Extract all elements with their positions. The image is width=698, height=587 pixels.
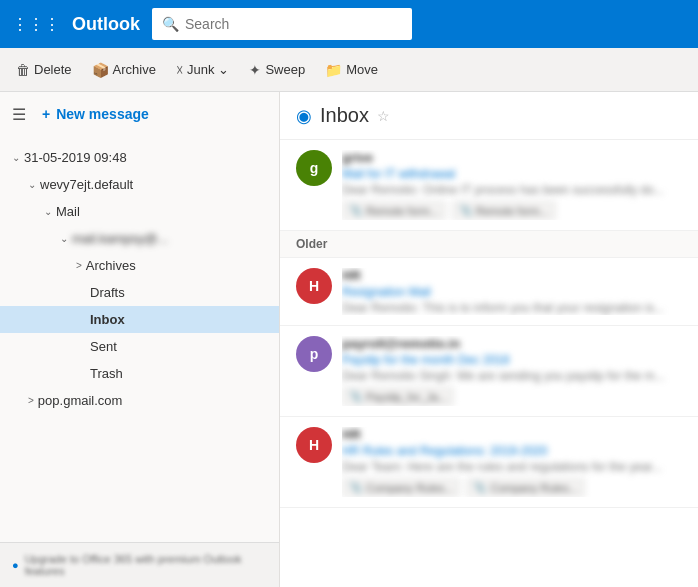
sidebar-item-sent[interactable]: Sent	[0, 333, 279, 360]
delete-icon: 🗑	[16, 62, 30, 78]
account-date-label: 31-05-2019 09:48	[24, 150, 279, 165]
email-sender: HR	[342, 268, 682, 283]
sidebar-item-drafts[interactable]: Drafts	[0, 279, 279, 306]
email-content: grive Mail for IT withdrawal Dear Remoti…	[342, 150, 682, 220]
attachment-name: Company Rules...	[490, 482, 577, 494]
upgrade-dot-icon: ●	[12, 559, 19, 571]
email-preview: Dear Remotio: Online IT process has been…	[342, 183, 682, 197]
email-item[interactable]: H HR HR Rules and Regulations: 2019-2020…	[280, 417, 698, 508]
move-button[interactable]: 📁 Move	[317, 58, 386, 82]
sidebar-item-mail[interactable]: ⌄ Mail	[0, 198, 279, 225]
attachment-row: 📎 Payslip_for_Ja...	[342, 387, 682, 406]
email-item[interactable]: p payroll@remotio.in Payslip for the mon…	[280, 326, 698, 417]
attachment-row: 📎 Company Rules... 📎 Company Rules...	[342, 478, 682, 497]
email-preview: Dear Remotio Singh: We are sending you p…	[342, 369, 682, 383]
avatar: p	[296, 336, 332, 372]
submenu-label: mail.kampsy@...	[72, 231, 279, 246]
junk-dropdown-icon[interactable]: ⌄	[218, 62, 229, 77]
inbox-title: Inbox	[320, 104, 369, 127]
junk-button[interactable]: ☓ Junk ⌄	[168, 58, 237, 82]
gmail-label: pop.gmail.com	[38, 393, 279, 408]
trash-label: Trash	[76, 366, 279, 381]
email-subject: Mail for IT withdrawal	[342, 167, 682, 181]
upgrade-text: Upgrade to Office 365 with premium Outlo…	[25, 553, 267, 577]
email-content: HR Resignation Mail Dear Remotio: This i…	[342, 268, 682, 315]
email-subject: Payslip for the month Dec 2018	[342, 353, 682, 367]
chevron-right-icon-2: >	[28, 395, 34, 406]
attachment-pill: 📎 Company Rules...	[466, 478, 584, 497]
inbox-label: Inbox	[76, 312, 279, 327]
section-divider-older: Older	[280, 231, 698, 258]
sidebar-item-gmail[interactable]: > pop.gmail.com	[0, 387, 279, 414]
avatar: H	[296, 268, 332, 304]
nav-section: ⌄ 31-05-2019 09:48 ⌄ wevy7ejt.default ⌄ …	[0, 136, 279, 422]
app-title: Outlook	[72, 14, 140, 35]
sidebar-item-archives[interactable]: > Archives	[0, 252, 279, 279]
sidebar-header: ☰ + New message	[0, 92, 279, 136]
sidebar-item-account-date[interactable]: ⌄ 31-05-2019 09:48	[0, 144, 279, 171]
toolbar: 🗑 Delete 📦 Archive ☓ Junk ⌄ ✦ Sweep 📁 Mo…	[0, 48, 698, 92]
archives-label: Archives	[86, 258, 279, 273]
avatar: g	[296, 150, 332, 186]
attachment-icon: 📎	[349, 481, 363, 494]
chevron-down-icon-3: ⌄	[44, 206, 52, 217]
email-content: HR HR Rules and Regulations: 2019-2020 D…	[342, 427, 682, 497]
top-bar: ⋮⋮⋮ Outlook 🔍	[0, 0, 698, 48]
sweep-button[interactable]: ✦ Sweep	[241, 58, 313, 82]
attachment-row: 📎 Remote form... 📎 Remote form...	[342, 201, 682, 220]
sent-label: Sent	[76, 339, 279, 354]
sidebar-item-submenu[interactable]: ⌄ mail.kampsy@...	[0, 225, 279, 252]
email-preview: Dear Team: Here are the rules and regula…	[342, 460, 682, 474]
inbox-star-icon[interactable]: ☆	[377, 108, 390, 124]
email-subject: Resignation Mail	[342, 285, 682, 299]
move-icon: 📁	[325, 62, 342, 78]
email-sender: HR	[342, 427, 682, 442]
sidebar-item-inbox[interactable]: Inbox	[0, 306, 279, 333]
attachment-name: Payslip_for_Ja...	[366, 391, 447, 403]
delete-button[interactable]: 🗑 Delete	[8, 58, 80, 82]
new-message-button[interactable]: + New message	[36, 102, 155, 126]
email-item[interactable]: g grive Mail for IT withdrawal Dear Remo…	[280, 140, 698, 231]
account-name-label: wevy7ejt.default	[40, 177, 279, 192]
attachment-pill: 📎 Remote form...	[452, 201, 556, 220]
email-item[interactable]: H HR Resignation Mail Dear Remotio: This…	[280, 258, 698, 326]
email-sender: grive	[342, 150, 682, 165]
upgrade-banner[interactable]: ● Upgrade to Office 365 with premium Out…	[0, 542, 279, 587]
attachment-name: Company Rules...	[366, 482, 453, 494]
attachment-icon: 📎	[459, 204, 473, 217]
junk-icon: ☓	[176, 62, 183, 78]
sidebar-item-account-name[interactable]: ⌄ wevy7ejt.default	[0, 171, 279, 198]
attachment-icon: 📎	[349, 204, 363, 217]
inbox-check-icon[interactable]: ◉	[296, 105, 312, 127]
mail-label: Mail	[56, 204, 279, 219]
archive-button[interactable]: 📦 Archive	[84, 58, 164, 82]
attachment-name: Remote form...	[476, 205, 549, 217]
email-panel: ◉ Inbox ☆ g grive Mail for IT withdrawal…	[280, 92, 698, 587]
attachment-icon: 📎	[473, 481, 487, 494]
grid-icon[interactable]: ⋮⋮⋮	[12, 15, 60, 34]
chevron-right-icon: >	[76, 260, 82, 271]
attachment-pill: 📎 Remote form...	[342, 201, 446, 220]
attachment-icon: 📎	[349, 390, 363, 403]
email-sender: payroll@remotio.in	[342, 336, 682, 351]
sweep-icon: ✦	[249, 62, 261, 78]
chevron-down-icon-2: ⌄	[28, 179, 36, 190]
chevron-down-icon: ⌄	[12, 152, 20, 163]
email-subject: HR Rules and Regulations: 2019-2020	[342, 444, 682, 458]
inbox-header: ◉ Inbox ☆	[280, 92, 698, 140]
attachment-pill: 📎 Payslip_for_Ja...	[342, 387, 454, 406]
search-input[interactable]	[185, 16, 402, 32]
search-icon: 🔍	[162, 16, 179, 32]
drafts-label: Drafts	[76, 285, 279, 300]
sidebar-item-trash[interactable]: Trash	[0, 360, 279, 387]
plus-icon: +	[42, 106, 50, 122]
chevron-down-icon-4: ⌄	[60, 233, 68, 244]
email-preview: Dear Remotio: This is to inform you that…	[342, 301, 682, 315]
archive-icon: 📦	[92, 62, 109, 78]
hamburger-icon[interactable]: ☰	[12, 105, 26, 124]
attachment-pill: 📎 Company Rules...	[342, 478, 460, 497]
sidebar: ☰ + New message ⌄ 31-05-2019 09:48 ⌄ wev…	[0, 92, 280, 587]
attachment-name: Remote form...	[366, 205, 439, 217]
email-content: payroll@remotio.in Payslip for the month…	[342, 336, 682, 406]
avatar: H	[296, 427, 332, 463]
